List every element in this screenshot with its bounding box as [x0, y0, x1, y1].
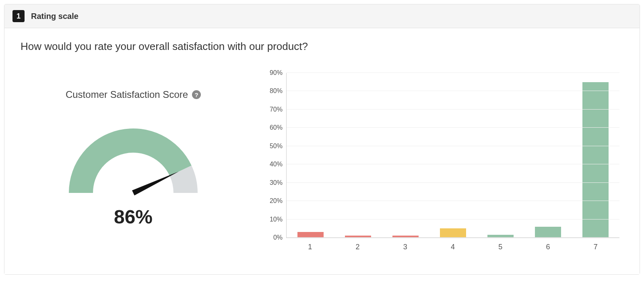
y-tick-label: 50%	[270, 143, 287, 150]
x-axis-labels: 1234567	[286, 240, 619, 254]
bar[interactable]	[297, 232, 324, 238]
y-tick-label: 60%	[270, 124, 287, 131]
bar-slot	[334, 73, 382, 238]
bar-chart-canvas: 0%10%20%30%40%50%60%70%80%90% 1234567	[258, 69, 623, 254]
bar[interactable]	[582, 82, 609, 238]
y-tick-label: 80%	[270, 87, 287, 95]
x-tick-label: 4	[429, 240, 477, 254]
grid-line: 80%	[287, 91, 619, 91]
gauge-svg	[61, 112, 206, 201]
gauge-chart: Customer Satisfaction Score ? 86%	[21, 69, 246, 228]
plot-area: 0%10%20%30%40%50%60%70%80%90%	[286, 73, 619, 238]
bar-slot	[429, 73, 477, 238]
x-tick-label: 3	[382, 240, 429, 254]
grid-line: 30%	[287, 182, 619, 183]
x-tick-label: 2	[334, 240, 381, 254]
y-tick-label: 30%	[270, 179, 287, 186]
grid-line: 50%	[287, 146, 619, 146]
panel-header: 1 Rating scale	[4, 4, 640, 28]
grid-line: 0%	[287, 237, 619, 238]
question-panel: 1 Rating scale How would you rate your o…	[4, 4, 640, 275]
bar-slot	[524, 73, 572, 238]
help-icon[interactable]: ?	[192, 90, 201, 99]
gauge-value: 86%	[114, 206, 153, 228]
panel-body: How would you rate your overall satisfac…	[4, 28, 640, 274]
grid-line: 90%	[287, 72, 619, 73]
question-text: How would you rate your overall satisfac…	[21, 40, 623, 53]
y-tick-label: 10%	[270, 216, 287, 223]
x-tick-label: 7	[572, 240, 619, 254]
question-type-label: Rating scale	[31, 12, 78, 21]
bar-slot	[477, 73, 524, 238]
bar[interactable]	[440, 228, 466, 238]
x-tick-label: 5	[477, 240, 524, 254]
gauge-title: Customer Satisfaction Score	[66, 89, 188, 100]
gauge-title-row: Customer Satisfaction Score ?	[66, 89, 201, 100]
y-tick-label: 20%	[270, 197, 287, 205]
bar[interactable]	[535, 227, 561, 238]
bar-slot	[382, 73, 429, 238]
grid-line: 20%	[287, 201, 619, 201]
grid-line: 60%	[287, 127, 619, 128]
x-tick-label: 6	[524, 240, 572, 254]
y-tick-label: 40%	[270, 161, 287, 168]
charts-row: Customer Satisfaction Score ? 86% 0%10%2…	[21, 69, 623, 254]
x-tick-label: 1	[286, 240, 334, 254]
grid-line: 10%	[287, 219, 619, 219]
y-tick-label: 90%	[270, 69, 287, 77]
question-number-badge: 1	[12, 10, 25, 22]
y-tick-label: 0%	[273, 234, 287, 241]
bar-chart: 0%10%20%30%40%50%60%70%80%90% 1234567	[258, 69, 623, 254]
bar-slot	[287, 73, 334, 238]
y-tick-label: 70%	[270, 106, 287, 113]
grid-line: 70%	[287, 109, 619, 110]
bar-slot	[572, 73, 619, 238]
grid-line: 40%	[287, 164, 619, 164]
bars-container	[287, 73, 619, 238]
svg-marker-0	[132, 172, 179, 196]
